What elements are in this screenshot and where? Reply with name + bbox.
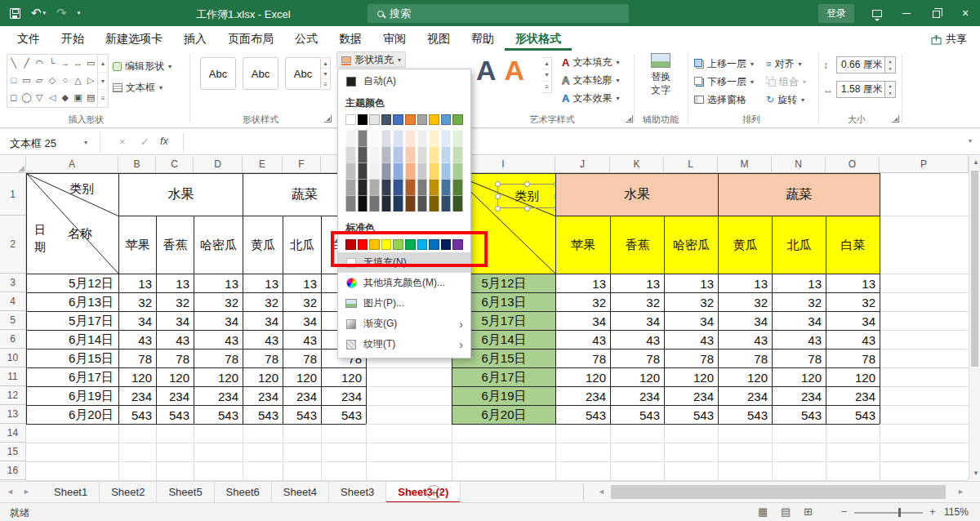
cell-value[interactable]: 543 <box>156 405 194 424</box>
theme-color-swatch[interactable] <box>345 114 356 125</box>
cell-date-6月19日[interactable]: 6月19日 <box>26 386 118 405</box>
cell-value[interactable]: 78 <box>194 349 243 367</box>
cell-value[interactable]: 32 <box>243 292 283 311</box>
zoom-level[interactable]: 115% <box>944 506 969 518</box>
horizontal-scrollbar-thumb[interactable] <box>611 485 946 499</box>
cell-value[interactable]: 34 <box>826 311 880 330</box>
cell-value[interactable]: 78 <box>118 349 156 367</box>
cell-value[interactable]: 543 <box>826 405 880 424</box>
cell-value[interactable]: 43 <box>156 330 194 349</box>
cell-value[interactable]: 34 <box>610 311 664 330</box>
zoom-slider-thumb[interactable] <box>898 508 901 517</box>
menu-item-more-fill-colors[interactable]: 其他填充颜色(M)... <box>338 273 470 293</box>
theme-color-variant-swatch[interactable] <box>429 195 439 212</box>
cell-value[interactable]: 120 <box>321 367 366 386</box>
cell-value[interactable]: 34 <box>283 311 321 330</box>
cell-value[interactable]: 120 <box>664 367 718 386</box>
cell-value[interactable]: 43 <box>664 330 718 349</box>
hscroll-right-icon[interactable]: ► <box>957 488 964 496</box>
theme-color-variant-swatch[interactable] <box>393 146 403 163</box>
theme-color-variant-swatch[interactable] <box>429 179 439 195</box>
cell-date-6月13日[interactable]: 6月13日 <box>26 292 118 311</box>
row-header-2[interactable]: 2 <box>0 216 26 274</box>
cell-value[interactable]: 120 <box>118 367 156 386</box>
cell-date-5月17日[interactable]: 5月17日 <box>26 311 118 330</box>
cell-value[interactable]: 543 <box>194 405 243 424</box>
cell-product-哈密瓜[interactable]: 哈密瓜 <box>194 216 243 274</box>
cell-fruit-header[interactable]: 水果 <box>118 173 243 216</box>
cell-value[interactable]: 234 <box>156 386 194 405</box>
theme-color-variant-swatch[interactable] <box>381 195 392 212</box>
cell-date-6月15日[interactable]: 6月15日 <box>26 349 118 367</box>
sheet-nav-left-icon[interactable]: ◄ <box>7 488 14 496</box>
cell-product-哈密瓜[interactable]: 哈密瓜 <box>664 216 718 274</box>
menu-item-picture[interactable]: 图片(P)... <box>338 293 470 314</box>
theme-color-swatch[interactable] <box>369 114 380 125</box>
cell-value[interactable]: 543 <box>321 405 366 424</box>
cell-value[interactable]: 543 <box>718 405 772 424</box>
theme-color-variant-swatch[interactable] <box>441 146 452 163</box>
column-header-L[interactable]: L <box>664 156 718 173</box>
zoom-in-button[interactable]: + <box>929 505 936 518</box>
column-header-B[interactable]: B <box>118 156 156 173</box>
column-header-F[interactable]: F <box>283 156 321 173</box>
theme-color-variant-swatch[interactable] <box>429 146 439 163</box>
cell-value[interactable]: 13 <box>772 274 826 292</box>
tab-split-handle[interactable] <box>583 484 584 501</box>
cell-value[interactable]: 120 <box>194 367 243 386</box>
sheet-tab-Sheet6[interactable]: Sheet6 <box>215 482 272 503</box>
cell-value[interactable]: 234 <box>610 386 664 405</box>
cell-value[interactable]: 34 <box>555 311 610 330</box>
theme-color-variant-swatch[interactable] <box>381 146 392 163</box>
scroll-down-icon[interactable]: ▼ <box>973 470 979 477</box>
cell-product-香蕉[interactable]: 香蕉 <box>610 216 664 274</box>
cell-product-白菜[interactable]: 白菜 <box>826 216 880 274</box>
column-header-J[interactable]: J <box>555 156 610 173</box>
cell-value[interactable]: 120 <box>156 367 194 386</box>
cell-value[interactable]: 120 <box>243 367 283 386</box>
page-layout-view-button[interactable]: ▤ <box>781 505 791 518</box>
cell-value[interactable]: 543 <box>283 405 321 424</box>
column-header-N[interactable]: N <box>772 156 826 173</box>
cell-value[interactable]: 13 <box>826 274 880 292</box>
cell-product-北瓜[interactable]: 北瓜 <box>772 216 826 274</box>
theme-color-variant-swatch[interactable] <box>381 179 392 195</box>
category-textbox[interactable]: 类别 <box>497 184 555 208</box>
cell-value[interactable]: 234 <box>718 386 772 405</box>
selection-handle[interactable] <box>554 181 555 187</box>
cell-value[interactable]: 78 <box>772 349 826 367</box>
cell-value[interactable]: 234 <box>321 386 366 405</box>
theme-color-swatch[interactable] <box>358 114 368 125</box>
theme-color-variant-swatch[interactable] <box>345 179 356 195</box>
theme-color-variant-swatch[interactable] <box>441 130 452 146</box>
cell-value[interactable]: 543 <box>555 405 610 424</box>
column-header-O[interactable]: O <box>826 156 880 173</box>
cell-product-黄瓜[interactable]: 黄瓜 <box>718 216 772 274</box>
theme-color-variant-swatch[interactable] <box>405 179 416 195</box>
theme-color-variant-swatch[interactable] <box>417 195 428 212</box>
theme-color-variant-swatch[interactable] <box>358 130 368 146</box>
row-header-1[interactable]: 1 <box>0 173 26 216</box>
hscroll-left-icon[interactable]: ◄ <box>598 488 605 496</box>
theme-color-variant-swatch[interactable] <box>381 130 392 146</box>
cell-date-6月20日[interactable]: 6月20日 <box>26 405 118 424</box>
theme-color-variant-swatch[interactable] <box>345 163 356 179</box>
theme-color-variant-swatch[interactable] <box>393 163 403 179</box>
column-header-D[interactable]: D <box>194 156 243 173</box>
cell-value[interactable]: 32 <box>718 292 772 311</box>
row-header-3[interactable]: 3 <box>0 274 26 292</box>
cell-value[interactable]: 543 <box>118 405 156 424</box>
cell-product-北瓜[interactable]: 北瓜 <box>283 216 321 274</box>
theme-color-variant-swatch[interactable] <box>452 179 463 195</box>
select-all-button[interactable]: ◢ <box>0 156 26 173</box>
sheet-tab-Sheet1[interactable]: Sheet1 <box>42 482 100 503</box>
theme-color-variant-swatch[interactable] <box>452 195 463 212</box>
theme-color-variant-swatch[interactable] <box>405 130 416 146</box>
cell-product-苹果[interactable]: 苹果 <box>555 216 610 274</box>
cell-category-corner[interactable]: 类别名称日期 <box>26 173 118 274</box>
theme-color-variant-swatch[interactable] <box>345 146 356 163</box>
theme-color-variant-swatch[interactable] <box>369 146 380 163</box>
row-header-12[interactable]: 12 <box>0 386 26 405</box>
theme-color-swatch[interactable] <box>452 114 463 125</box>
selection-handle[interactable] <box>495 194 501 199</box>
